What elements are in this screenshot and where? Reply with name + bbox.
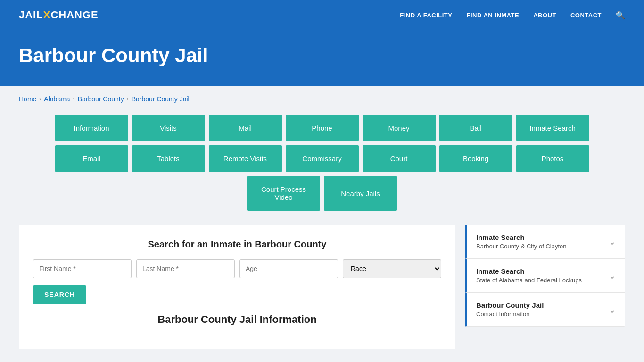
page-title: Barbour County Jail (19, 44, 625, 67)
logo-x: X (43, 9, 51, 21)
bottom-heading: Barbour County Jail Information (33, 313, 441, 326)
search-icon[interactable]: 🔍 (616, 11, 625, 20)
sidebar-item-1[interactable]: Inmate Search Barbour County & City of C… (465, 225, 625, 259)
sidebar-item-3-title: Barbour County Jail (476, 301, 544, 309)
search-title: Search for an Inmate in Barbour County (33, 239, 441, 250)
button-grid: Information Visits Mail Phone Money Bail… (19, 115, 625, 211)
header: JAILXCHANGE FIND A FACILITY FIND AN INMA… (0, 0, 644, 30)
sidebar-item-2-text: Inmate Search State of Alabama and Feder… (476, 267, 582, 284)
sidebar-item-2-subtitle: State of Alabama and Federal Lockups (476, 277, 582, 284)
breadcrumb-jail[interactable]: Barbour County Jail (132, 95, 190, 103)
btn-bail[interactable]: Bail (439, 115, 512, 141)
chevron-icon: › (127, 96, 129, 102)
chevron-down-icon: ⌄ (609, 237, 616, 247)
last-name-input[interactable] (136, 259, 235, 278)
sidebar-item-3-text: Barbour County Jail Contact Information (476, 301, 544, 318)
btn-visits[interactable]: Visits (132, 115, 205, 141)
nav-contact[interactable]: CONTACT (570, 12, 602, 19)
chevron-icon: › (73, 96, 75, 102)
btn-email[interactable]: Email (55, 145, 128, 172)
btn-inmate-search[interactable]: Inmate Search (516, 115, 589, 141)
btn-information[interactable]: Information (55, 115, 128, 141)
logo[interactable]: JAILXCHANGE (19, 9, 99, 21)
btn-court-process-video[interactable]: Court Process Video (247, 176, 320, 211)
chevron-down-icon: ⌄ (609, 304, 616, 315)
sidebar-item-3-subtitle: Contact Information (476, 311, 544, 318)
content-wrapper: Home › Alabama › Barbour County › Barbou… (0, 86, 644, 362)
sidebar-item-2-title: Inmate Search (476, 267, 582, 275)
btn-court[interactable]: Court (363, 145, 436, 172)
nav-about[interactable]: ABOUT (533, 12, 556, 19)
hero-section: Barbour County Jail (0, 30, 644, 86)
main-layout: Search for an Inmate in Barbour County R… (19, 225, 625, 349)
btn-row-1: Information Visits Mail Phone Money Bail… (55, 115, 589, 141)
breadcrumb-barbour-county[interactable]: Barbour County (78, 95, 124, 103)
age-input[interactable] (239, 259, 338, 278)
btn-money[interactable]: Money (363, 115, 436, 141)
logo-jail: JAIL (19, 9, 43, 21)
logo-exchange: CHANGE (50, 9, 98, 21)
nav-find-inmate[interactable]: FIND AN INMATE (466, 12, 519, 19)
sidebar-item-1-text: Inmate Search Barbour County & City of C… (476, 233, 566, 250)
race-select[interactable]: Race (343, 259, 441, 278)
chevron-down-icon: ⌄ (609, 271, 616, 281)
bottom-section: Barbour County Jail Information (33, 313, 441, 326)
sidebar: Inmate Search Barbour County & City of C… (465, 225, 625, 327)
breadcrumb-alabama[interactable]: Alabama (44, 95, 70, 103)
btn-remote-visits[interactable]: Remote Visits (209, 145, 282, 172)
first-name-input[interactable] (33, 259, 132, 278)
chevron-icon: › (39, 96, 41, 102)
breadcrumb: Home › Alabama › Barbour County › Barbou… (19, 95, 625, 103)
search-button[interactable]: SEARCH (33, 285, 86, 304)
btn-row-2: Email Tablets Remote Visits Commissary C… (55, 145, 589, 172)
btn-nearby-jails[interactable]: Nearby Jails (324, 176, 397, 211)
btn-commissary[interactable]: Commissary (286, 145, 359, 172)
main-nav: FIND A FACILITY FIND AN INMATE ABOUT CON… (400, 11, 625, 20)
btn-tablets[interactable]: Tablets (132, 145, 205, 172)
btn-photos[interactable]: Photos (516, 145, 589, 172)
breadcrumb-home[interactable]: Home (19, 95, 36, 103)
btn-row-3: Court Process Video Nearby Jails (247, 176, 397, 211)
search-panel: Search for an Inmate in Barbour County R… (19, 225, 455, 349)
btn-phone[interactable]: Phone (286, 115, 359, 141)
nav-find-facility[interactable]: FIND A FACILITY (400, 12, 452, 19)
sidebar-item-1-subtitle: Barbour County & City of Clayton (476, 243, 566, 250)
search-fields: Race (33, 259, 441, 278)
sidebar-item-1-title: Inmate Search (476, 233, 566, 241)
btn-booking[interactable]: Booking (439, 145, 512, 172)
btn-mail[interactable]: Mail (209, 115, 282, 141)
sidebar-item-2[interactable]: Inmate Search State of Alabama and Feder… (465, 259, 625, 293)
sidebar-item-3[interactable]: Barbour County Jail Contact Information … (465, 293, 625, 327)
